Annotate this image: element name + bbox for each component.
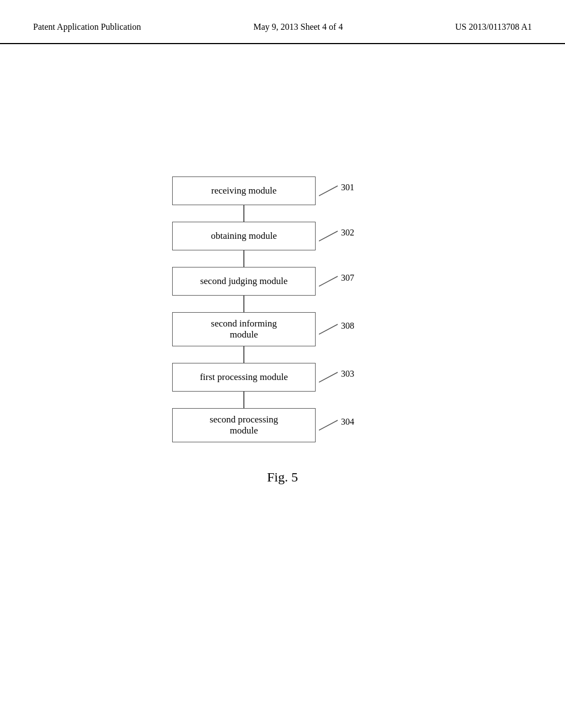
receiving-module-label: receiving module [211,185,277,196]
row-second-judging: second judging module 307 [172,267,393,296]
first-processing-module-box: first processing module [172,363,316,392]
ref-304: 304 [341,417,354,427]
header-left: Patent Application Publication [33,22,141,32]
ref-307-slash [319,274,341,290]
first-processing-module-label: first processing module [200,372,288,383]
ref-301-container: 301 [319,183,354,199]
row-second-informing: second informingmodule 308 [172,312,393,346]
ref-308: 308 [341,321,354,331]
second-judging-module-box: second judging module [172,267,316,296]
page-header: Patent Application Publication May 9, 20… [0,0,565,44]
ref-303: 303 [341,369,354,379]
obtaining-module-box: obtaining module [172,222,316,250]
second-informing-module-box: second informingmodule [172,312,316,346]
connector-3 [243,296,244,312]
ref-304-container: 304 [319,417,354,433]
ref-301: 301 [341,183,354,192]
header-right: US 2013/0113708 A1 [455,22,532,32]
ref-308-slash [319,322,341,338]
row-second-processing: second processingmodule 304 [172,408,393,442]
second-judging-module-label: second judging module [200,276,288,287]
ref-303-slash [319,370,341,386]
main-content: receiving module 301 obtaining module 30… [0,44,565,485]
connector-4 [243,346,244,363]
svg-line-3 [319,324,338,334]
ref-307: 307 [341,273,354,283]
connector-1 [243,205,244,222]
svg-line-4 [319,372,338,382]
ref-303-container: 303 [319,369,354,386]
diagram: receiving module 301 obtaining module 30… [172,176,393,442]
ref-302-container: 302 [319,228,354,244]
row-receiving: receiving module 301 [172,176,393,205]
ref-308-container: 308 [319,321,354,338]
second-informing-module-label: second informingmodule [211,318,276,340]
ref-307-container: 307 [319,273,354,290]
second-processing-module-box: second processingmodule [172,408,316,442]
ref-304-slash [319,418,341,433]
svg-line-5 [319,420,338,430]
ref-302: 302 [341,228,354,238]
receiving-module-box: receiving module [172,176,316,205]
svg-line-2 [319,276,338,286]
ref-301-slash [319,184,341,199]
ref-302-slash [319,229,341,244]
connector-2 [243,250,244,267]
fig-label: Fig. 5 [267,470,298,485]
header-center: May 9, 2013 Sheet 4 of 4 [253,22,343,32]
second-processing-module-label: second processingmodule [210,414,278,436]
row-first-processing: first processing module 303 [172,363,393,392]
svg-line-1 [319,231,338,241]
svg-line-0 [319,186,338,196]
connector-5 [243,392,244,408]
obtaining-module-label: obtaining module [211,231,276,242]
row-obtaining: obtaining module 302 [172,222,393,250]
